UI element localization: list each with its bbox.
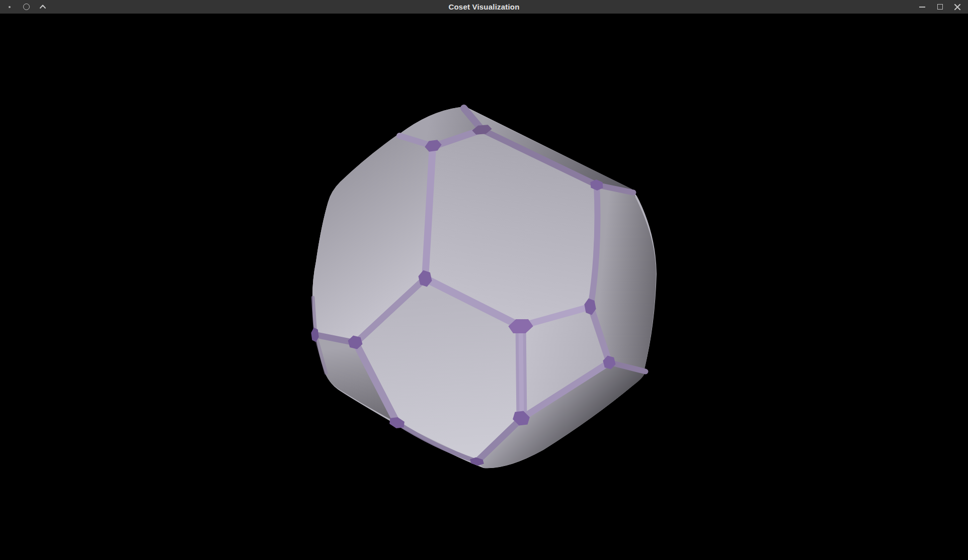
close-button[interactable] (953, 3, 961, 11)
edge-e-f-highlight (521, 328, 522, 417)
app-window: Coset Visualization (0, 0, 968, 560)
maximize-button[interactable] (936, 3, 944, 11)
titlebar[interactable]: Coset Visualization (0, 0, 968, 14)
maximize-icon (937, 4, 943, 10)
viewport-3d[interactable] (0, 0, 968, 560)
close-icon (953, 3, 961, 11)
minimize-button[interactable] (918, 3, 926, 11)
minimize-icon (919, 7, 925, 8)
titlebar-right-controls (918, 0, 968, 14)
window-title: Coset Visualization (0, 0, 968, 14)
